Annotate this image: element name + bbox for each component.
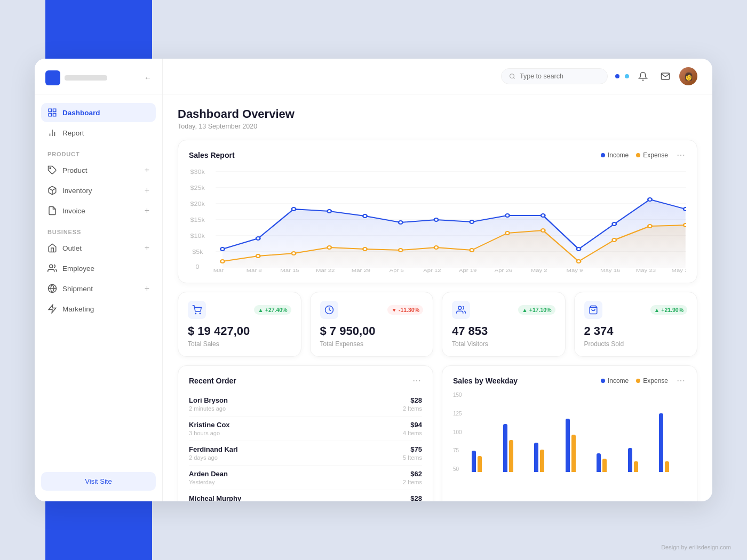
status-dot-cyan xyxy=(625,74,629,78)
svg-point-47 xyxy=(434,246,439,249)
svg-text:May 30: May 30 xyxy=(672,268,686,273)
visitors-icon xyxy=(452,301,470,319)
notification-button[interactable] xyxy=(634,68,651,85)
svg-text:$15k: $15k xyxy=(190,217,205,223)
weekday-expense-dot xyxy=(636,379,640,383)
sidebar-collapse-button[interactable]: ← xyxy=(144,74,152,82)
order-time: 2 minutes ago xyxy=(189,405,228,412)
svg-point-7 xyxy=(50,167,51,169)
sidebar-item-employee[interactable]: Employee xyxy=(41,259,156,278)
order-name: Lori Bryson xyxy=(189,396,228,404)
outlet-add-button[interactable]: + xyxy=(145,243,149,253)
blue-bottom-decoration xyxy=(45,496,152,560)
visit-site-button[interactable]: Visit Site xyxy=(41,472,156,491)
svg-text:Mar 8: Mar 8 xyxy=(247,268,262,273)
svg-text:Mar 22: Mar 22 xyxy=(316,268,335,273)
total-visitors-value: 47 853 xyxy=(452,324,555,338)
search-input[interactable] xyxy=(520,73,600,80)
svg-point-72 xyxy=(458,306,462,309)
sidebar-item-invoice[interactable]: Invoice + xyxy=(41,201,156,220)
stat-card-products-sold: ▲ +21.90% 2 374 Products Sold xyxy=(574,292,698,357)
sidebar-item-inventory[interactable]: Inventory + xyxy=(41,181,156,200)
sidebar-item-dashboard[interactable]: Dashboard xyxy=(41,103,156,122)
svg-point-37 xyxy=(577,247,581,251)
sidebar-item-product[interactable]: Product + xyxy=(41,161,156,180)
sidebar-item-shipment[interactable]: Shipment + xyxy=(41,279,156,298)
sales-weekday-more-button[interactable]: ⋯ xyxy=(677,375,686,386)
product-add-button[interactable]: + xyxy=(145,165,149,175)
stats-row: ▲ +27.40% $ 19 427,00 Total Sales xyxy=(178,292,697,357)
sidebar-item-label: Inventory xyxy=(62,187,92,195)
svg-point-31 xyxy=(363,214,367,218)
sidebar-item-label: Dashboard xyxy=(62,109,100,117)
total-sales-label: Total Sales xyxy=(188,340,291,348)
svg-text:$20k: $20k xyxy=(190,201,205,207)
recent-order-more-button[interactable]: ⋯ xyxy=(412,375,422,386)
order-items: 5 Items xyxy=(403,454,422,461)
svg-text:$30k: $30k xyxy=(190,169,205,175)
sales-weekday-title: Sales by Weekday xyxy=(453,377,518,385)
invoice-add-button[interactable]: + xyxy=(145,206,149,215)
sidebar-item-report[interactable]: Report xyxy=(41,123,156,142)
bar-group-mon xyxy=(472,451,499,472)
stat-card-total-sales: ▲ +27.40% $ 19 427,00 Total Sales xyxy=(178,292,301,357)
sales-weekday-card: Sales by Weekday Income Expense xyxy=(442,365,697,501)
svg-text:May 16: May 16 xyxy=(600,268,620,273)
mail-button[interactable] xyxy=(657,68,674,85)
bar-chart-icon xyxy=(47,128,57,138)
svg-text:Apr 19: Apr 19 xyxy=(459,268,477,273)
y-label: 150 xyxy=(453,392,469,398)
legend-income: Income xyxy=(601,151,629,159)
bar-expense-thu xyxy=(571,435,576,472)
bar-group-sun xyxy=(659,413,686,472)
badge-value: +27.40% xyxy=(265,307,288,313)
page-subtitle: Today, 13 September 2020 xyxy=(178,123,697,130)
products-sold-label: Products Sold xyxy=(584,340,688,348)
svg-point-51 xyxy=(577,260,581,263)
sidebar-item-label: Outlet xyxy=(62,244,82,252)
bar-chart-groups xyxy=(453,413,686,472)
y-label: 50 xyxy=(453,466,469,472)
stat-card-total-visitors: ▲ +17.10% 47 853 Total Visitors xyxy=(442,292,566,357)
svg-point-44 xyxy=(327,246,331,249)
bar-group-fri xyxy=(597,453,624,472)
svg-text:Apr 5: Apr 5 xyxy=(390,268,404,273)
sidebar-item-marketing[interactable]: Marketing xyxy=(41,299,156,318)
bar-income-sat xyxy=(628,448,632,472)
svg-text:$25k: $25k xyxy=(190,185,205,191)
order-list: Lori Bryson 2 minutes ago $28 2 Items Kr… xyxy=(189,392,422,501)
weekday-expense-label: Expense xyxy=(643,377,668,385)
inventory-add-button[interactable]: + xyxy=(145,186,149,195)
svg-point-69 xyxy=(195,313,196,314)
topbar-icons: 👩 xyxy=(615,67,697,85)
order-name: Ferdinand Karl xyxy=(189,445,238,453)
svg-point-46 xyxy=(399,249,403,252)
sidebar-item-outlet[interactable]: Outlet + xyxy=(41,238,156,258)
sidebar-logo xyxy=(45,70,107,85)
total-sales-value: $ 19 427,00 xyxy=(188,324,291,338)
order-time: Yesterday xyxy=(189,479,228,485)
y-label: 100 xyxy=(453,429,469,435)
order-items: 2 Items xyxy=(403,479,422,485)
search-box[interactable] xyxy=(501,68,608,84)
weekday-income-dot xyxy=(601,379,605,383)
shipment-add-button[interactable]: + xyxy=(145,284,149,293)
blue-top-decoration xyxy=(45,0,152,64)
y-label: 125 xyxy=(453,411,469,417)
svg-point-9 xyxy=(50,265,53,268)
sales-report-more-button[interactable]: ⋯ xyxy=(677,150,686,160)
weekday-income-label: Income xyxy=(608,377,629,385)
svg-text:Mar 29: Mar 29 xyxy=(352,268,371,273)
svg-point-38 xyxy=(612,222,616,226)
megaphone-icon xyxy=(47,304,57,314)
svg-point-70 xyxy=(200,313,201,314)
expense-label: Expense xyxy=(643,151,668,159)
badge-value: +17.10% xyxy=(529,307,552,313)
weekday-legend: Income Expense xyxy=(601,377,668,385)
avatar[interactable]: 👩 xyxy=(679,67,697,85)
svg-rect-2 xyxy=(49,114,51,116)
total-visitors-badge: ▲ +17.10% xyxy=(518,305,555,315)
logo-icon xyxy=(45,70,60,85)
bar-expense-fri xyxy=(602,459,607,472)
users-icon xyxy=(47,263,57,273)
